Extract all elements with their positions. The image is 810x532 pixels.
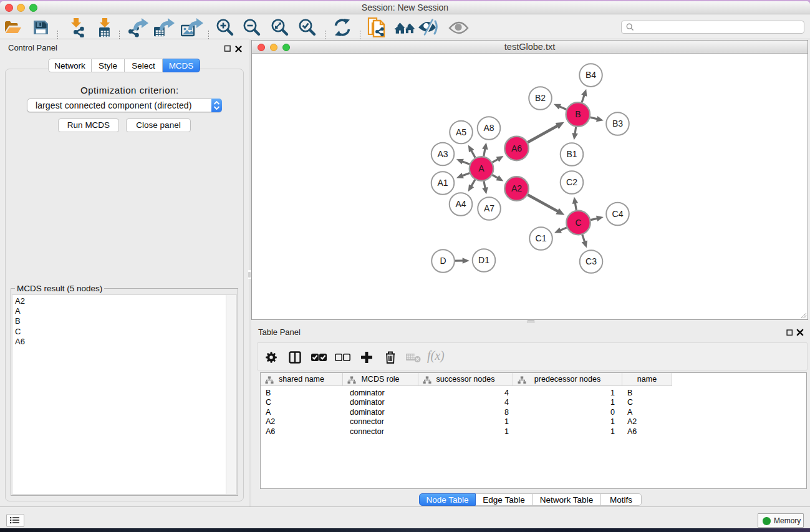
svg-text:A6: A6 [511,143,522,153]
svg-text:B: B [575,109,581,119]
svg-text:A2: A2 [511,183,522,193]
svg-text:C: C [575,218,581,228]
svg-text:A7: A7 [484,203,494,213]
svg-text:A1: A1 [437,178,448,188]
svg-text:A: A [478,163,485,173]
svg-text:D: D [440,256,446,266]
svg-text:C1: C1 [536,233,547,243]
svg-text:B3: B3 [612,118,623,128]
svg-text:C2: C2 [566,177,577,187]
svg-text:B2: B2 [535,93,546,103]
svg-text:D1: D1 [478,255,489,265]
svg-text:A5: A5 [456,127,466,137]
svg-text:A3: A3 [437,149,448,159]
svg-text:C3: C3 [586,256,597,266]
svg-text:B1: B1 [566,149,577,159]
svg-text:B4: B4 [586,70,596,80]
svg-text:A4: A4 [455,199,466,209]
svg-text:A8: A8 [483,123,494,133]
svg-text:C4: C4 [612,209,624,219]
